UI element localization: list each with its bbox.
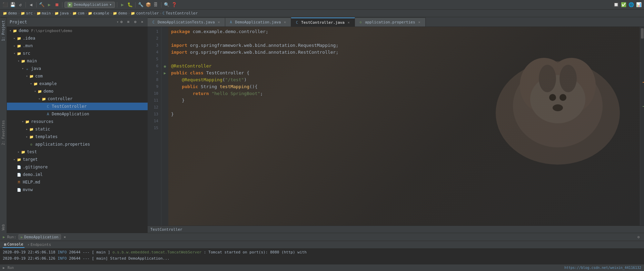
run-icon-7[interactable]: ▶ [164,71,166,75]
tab-demoapp[interactable]: A DemoApplication.java × [225,18,291,27]
tab-close-demoapp[interactable]: × [283,20,287,25]
bc-demo[interactable]: 📁 demo [3,11,17,15]
tree-item-static[interactable]: ▸ 📁 static [7,125,148,133]
tab-testcontroller[interactable]: C TestController.java × [291,18,355,27]
toolbar-run-icon[interactable]: ▶ [119,2,126,8]
tree-item-com[interactable]: ▾ 📁 com [7,72,148,80]
bc-java[interactable]: 📁 java [55,11,69,15]
tree-item-idea[interactable]: ▸ 📁 .idea [7,34,148,42]
run-config-label: DemoApplication [74,2,108,7]
tree-arrow-test[interactable]: ▸ [17,150,21,154]
toolbar-icon-1[interactable]: ⬛ [2,2,8,8]
code-editor[interactable]: 1 2 3 4 5 6 7 8 9 10 11 12 13 14 [148,27,644,226]
toolbar-db-icon[interactable]: 🗄 [153,2,159,8]
toolbar-extra-4[interactable]: 📊 [636,2,642,8]
sidebar-close-icon[interactable]: × [139,19,145,25]
toolbar-debug-icon[interactable]: 🐛 [127,2,133,8]
tab-endpoints[interactable]: ⚡ Endpoints [26,242,52,248]
bc-example[interactable]: 📁 example [88,11,109,15]
toolbar-settings-icon[interactable]: 🔧 [138,2,144,8]
tree-arrow-idea[interactable]: ▸ [12,36,17,40]
tree-arrow-src[interactable]: ▾ [12,51,17,55]
tab-console[interactable]: ▤ Console [3,241,24,248]
editor-scrollbar[interactable] [640,27,644,226]
line-num-9: 9 [148,83,161,90]
tree-item-test[interactable]: ▸ 📁 test [7,148,148,156]
toolbar-icon-2[interactable]: 💾 [10,2,16,8]
toolbar-extra-1[interactable]: 🔲 [613,2,619,8]
tree-item-example[interactable]: ▾ 📁 example [7,80,148,87]
tree-arrow-java[interactable]: ▾ [21,66,25,71]
bc-controller[interactable]: 📁 controller [131,11,159,15]
tree-item-appprops[interactable]: ▸ ⚙ application.properties [7,140,148,148]
tab-close-appprops[interactable]: × [417,20,422,25]
toolbar-extra-3[interactable]: 🌐 [628,2,634,8]
tree-item-gitignore[interactable]: ▸ 📄 .gitignore [7,163,148,171]
tab-demoapptests[interactable]: C DemoApplicationTests.java × [148,18,225,27]
bc-com[interactable]: 📁 com [72,11,85,15]
tree-item-target[interactable]: ▸ 📁 target [7,156,148,163]
tree-item-java[interactable]: ▾ ☕ java [7,65,148,72]
tree-arrow-static[interactable]: ▸ [25,127,29,131]
tree-item-mvn[interactable]: ▸ 📁 .mvn [7,42,148,50]
tree-arrow-templates[interactable]: ▸ [25,135,29,139]
run-config-dropdown[interactable]: ▶ DemoApplication ▾ [65,2,115,8]
bc-testcontroller[interactable]: C TestController [162,11,198,15]
toolbar-extra-2[interactable]: ✅ [621,2,627,8]
toolbar-vcs-icon[interactable]: 📦 [145,2,151,8]
tab-appprops[interactable]: ⚙ application.properties × [355,18,426,27]
tree-arrow-com[interactable]: ▾ [25,74,29,78]
tree-item-demo-iml[interactable]: ▸ 📄 demo.iml [7,171,148,178]
left-vtab-web[interactable]: Web [1,221,6,233]
tree-arrow-controller[interactable]: ▾ [37,97,41,101]
tree-arrow-main[interactable]: ▾ [17,59,21,63]
run-settings-icon[interactable]: ⚙ [636,234,641,240]
toolbar-search-icon[interactable]: 🔍 [164,2,170,8]
toolbar-back-icon[interactable]: ◀ [28,2,34,8]
scrollbar-thumb[interactable] [641,28,644,39]
tree-arrow-mvn[interactable]: ▸ [12,44,17,48]
tree-arrow-demo[interactable]: ▾ [8,29,12,33]
sidebar-gear-icon[interactable]: ⚙ [119,19,124,25]
status-run-label: Run [8,266,14,270]
sidebar-settings-icon[interactable]: ⚙ [132,19,138,25]
tree-item-demo-nested[interactable]: ▾ 📁 demo [7,87,148,95]
tree-arrow-example[interactable]: ▾ [29,82,33,86]
toolbar-run2-icon[interactable]: ▶ [46,2,52,8]
toolbar-refresh-icon[interactable]: ↺ [17,2,23,8]
tree-item-templates[interactable]: ▸ 📁 templates [7,133,148,140]
tree-item-src[interactable]: ▾ 📁 src [7,50,148,57]
tab-close-demoapptests[interactable]: × [217,20,221,25]
bc-demo2[interactable]: 📁 demo [113,11,127,15]
tree-item-help-md[interactable]: ▸ M HELP.md [7,178,148,186]
toolbar-build-icon[interactable]: 🔨 [39,2,45,8]
left-vtab-project[interactable]: 1: Project [1,17,6,44]
gutter-item-7[interactable]: ▶ [161,70,168,76]
main-toolbar: ⬛ 💾 ↺ ◀ 🔨 ▶ ⏹ ▶ DemoApplication ▾ ▶ 🐛 🔧 … [0,0,644,10]
run-app-close[interactable]: × [64,235,66,239]
toolbar-help-icon[interactable]: ❓ [171,2,177,8]
bc-sep-8: › [160,11,162,15]
tree-item-demo-root[interactable]: ▾ 📁 demo F:\springboot\demo [7,27,148,34]
code-content[interactable]: package com.example.demo.controller; imp… [168,27,640,226]
sidebar-title: Project [10,20,115,24]
tree-item-controller[interactable]: ▾ 📁 controller [7,95,148,103]
toolbar-sep-6 [161,2,161,8]
tree-item-testcontroller[interactable]: ▸ C TestController [7,103,148,110]
tree-item-demoapplication[interactable]: ▸ A DemoApplication [7,110,148,118]
tree-item-mvnw[interactable]: ▸ 📄 mvnw [7,186,148,194]
run-app-tab[interactable]: ▶ DemoApplication [18,234,61,240]
tree-item-main[interactable]: ▾ 📁 main [7,57,148,65]
toolbar-stop-icon[interactable]: ⏹ [54,2,60,8]
tree-arrow-target[interactable]: ▸ [12,157,17,161]
status-url[interactable]: https://blog.csdn.net/weixin_44116132 [564,266,641,270]
tree-item-resources[interactable]: ▾ 📁 resources [7,118,148,125]
bc-src[interactable]: 📁 src [21,11,33,15]
bc-main[interactable]: 📁 main [37,11,51,15]
sidebar-collapse-icon[interactable]: ≡ [126,19,131,25]
tree-arrow-resources[interactable]: ▾ [21,119,25,124]
tree-arrow-demo-nested[interactable]: ▾ [33,89,37,93]
tab-close-testcontroller[interactable]: × [346,20,351,25]
gutter-item-6[interactable]: ◉ [161,63,168,70]
left-vtab-favorites[interactable]: 2: Favorites [1,117,6,148]
